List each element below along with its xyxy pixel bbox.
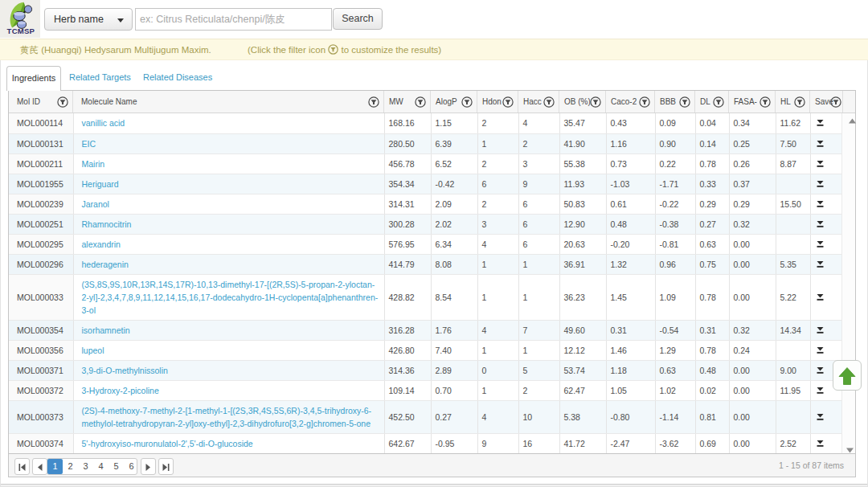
svg-text:TCMSP: TCMSP <box>7 27 35 35</box>
